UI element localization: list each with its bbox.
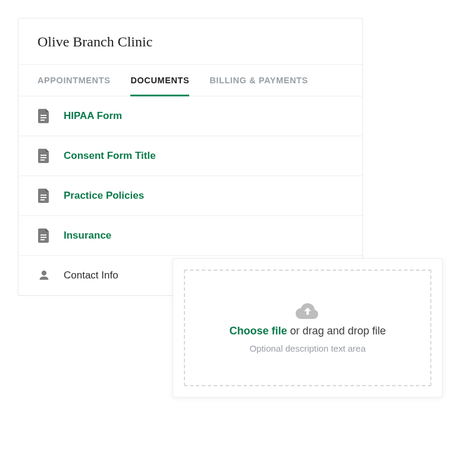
svg-rect-3 (40, 155, 46, 156)
upload-cloud-icon (296, 302, 320, 319)
drop-rest-text: or drag and drop file (287, 325, 386, 337)
svg-rect-11 (40, 239, 45, 240)
document-icon (37, 148, 51, 164)
svg-rect-6 (40, 195, 46, 196)
document-icon (37, 188, 51, 203)
document-label: Insurance (64, 230, 111, 242)
document-label: HIPAA Form (64, 110, 122, 122)
svg-rect-2 (40, 120, 45, 121)
contact-label: Contact Info (64, 270, 118, 281)
tab-billing-payments[interactable]: BILLING & PAYMENTS (209, 65, 308, 96)
document-row-consent[interactable]: Consent Form Title (18, 136, 362, 176)
drop-line: Choose file or drag and drop file (229, 325, 386, 337)
svg-rect-7 (40, 197, 46, 198)
choose-file-text: Choose file (229, 325, 287, 337)
panel-header: Olive Branch Clinic (18, 18, 362, 65)
upload-card: Choose file or drag and drop file Option… (173, 258, 443, 397)
clinic-panel: Olive Branch Clinic APPOINTMENTS DOCUMEN… (18, 18, 363, 296)
drop-subtext: Optional description text area (249, 343, 365, 353)
document-row-hipaa[interactable]: HIPAA Form (18, 96, 362, 136)
tab-appointments[interactable]: APPOINTMENTS (37, 65, 110, 96)
drop-zone[interactable]: Choose file or drag and drop file Option… (184, 270, 431, 386)
svg-rect-8 (40, 199, 45, 201)
tab-bar: APPOINTMENTS DOCUMENTS BILLING & PAYMENT… (18, 65, 362, 96)
document-row-insurance[interactable]: Insurance (18, 216, 362, 256)
svg-rect-9 (40, 234, 46, 236)
document-label: Consent Form Title (64, 150, 156, 162)
document-icon (37, 108, 51, 124)
clinic-title: Olive Branch Clinic (37, 34, 343, 50)
svg-rect-10 (40, 237, 46, 238)
document-label: Practice Policies (64, 190, 144, 202)
document-icon (37, 228, 51, 243)
svg-rect-0 (40, 115, 46, 116)
svg-rect-4 (40, 157, 46, 158)
person-icon (37, 268, 51, 283)
svg-rect-5 (40, 159, 45, 161)
svg-rect-1 (40, 117, 46, 118)
document-row-policies[interactable]: Practice Policies (18, 176, 362, 216)
tab-documents[interactable]: DOCUMENTS (130, 65, 189, 96)
